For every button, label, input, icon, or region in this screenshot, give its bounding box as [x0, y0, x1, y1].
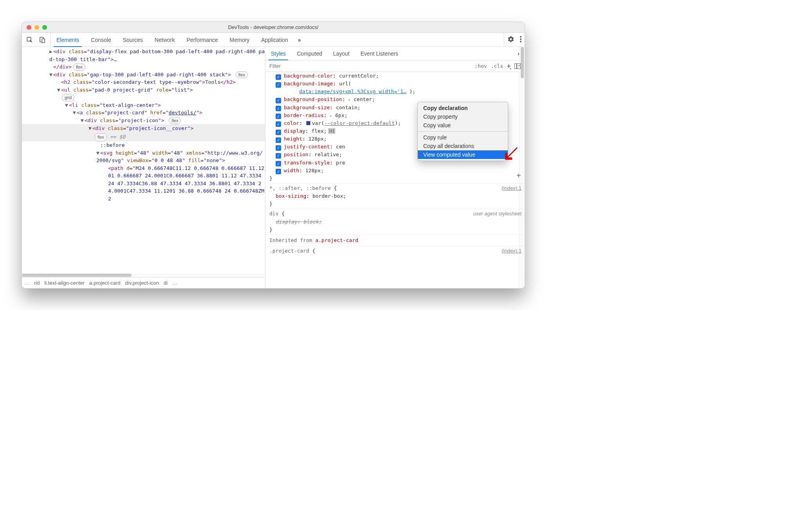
- breadcrumb-overflow-right[interactable]: …: [172, 280, 177, 286]
- layout-badge[interactable]: grid: [62, 94, 74, 101]
- tab-computed[interactable]: Computed: [291, 47, 328, 60]
- main-tabs: Elements Console Sources Network Perform…: [51, 33, 305, 47]
- svg-rect-8: [331, 129, 332, 133]
- ctx-item-copy-all-declarations[interactable]: Copy all declarations: [418, 142, 508, 150]
- dom-node[interactable]: <path d="M24 0.666748C11.12 0.666748 0.6…: [22, 164, 265, 203]
- decl-checkbox[interactable]: [276, 98, 281, 103]
- decl-checkbox[interactable]: [276, 169, 281, 174]
- flex-editor-icon[interactable]: [328, 128, 335, 134]
- decl-checkbox[interactable]: [276, 137, 281, 143]
- ctx-item-copy-property[interactable]: Copy property: [418, 112, 508, 121]
- decl-checkbox[interactable]: [276, 121, 281, 127]
- styles-filter-bar: :hov .cls +: [265, 60, 525, 72]
- decl-checkbox[interactable]: [276, 106, 281, 111]
- css-declaration[interactable]: background-image: url(data:image/svg+xml…: [269, 80, 525, 96]
- filter-input[interactable]: [265, 63, 471, 69]
- css-rule[interactable]: (index):1 *, ::after, ::before { box-siz…: [265, 184, 525, 209]
- decl-checkbox[interactable]: [276, 114, 281, 119]
- horizontal-scrollbar[interactable]: [22, 273, 265, 277]
- dom-node[interactable]: ▼<ul class="pad-0 project-grid" role="li…: [22, 86, 265, 101]
- decl-checkbox[interactable]: [276, 153, 281, 159]
- dom-node[interactable]: ▼<li class="text-align-center">: [22, 101, 265, 109]
- tab-network[interactable]: Network: [149, 33, 180, 47]
- color-swatch-icon[interactable]: [306, 121, 310, 125]
- dom-node[interactable]: ▼<a class="project-card" href="devtools/…: [22, 109, 265, 117]
- decl-checkbox[interactable]: [276, 82, 281, 88]
- dom-node[interactable]: ▼<svg height="48" width="48" xmlns="http…: [22, 149, 265, 164]
- layout-badge[interactable]: flex: [73, 63, 85, 71]
- css-var-link[interactable]: --color-project-default: [324, 120, 395, 126]
- close-window-button[interactable]: [27, 25, 31, 30]
- tab-console[interactable]: Console: [85, 33, 117, 47]
- dom-node-selected[interactable]: ⋯ ▼<div class="project-icon__cover"> fle…: [22, 124, 265, 141]
- layout-badge[interactable]: flex: [236, 71, 248, 79]
- ctx-item-copy-rule[interactable]: Copy rule: [418, 133, 508, 142]
- decl-checkbox[interactable]: [276, 130, 281, 135]
- inherited-separator: Inherited from a.project-card: [265, 235, 525, 246]
- toggle-cls-button[interactable]: .cls: [491, 63, 503, 69]
- layout-badge[interactable]: flex: [169, 117, 181, 125]
- svg-rect-9: [332, 129, 334, 131]
- device-toggle-icon[interactable]: [38, 36, 46, 44]
- window-titlebar: DevTools - developer.chrome.com/docs/: [22, 22, 525, 33]
- inspect-element-icon[interactable]: [26, 36, 34, 44]
- svg-rect-10: [332, 131, 334, 133]
- breadcrumb-item[interactable]: rid: [34, 280, 40, 286]
- svg-point-5: [520, 41, 521, 42]
- tab-elements[interactable]: Elements: [51, 33, 85, 47]
- ctx-item-copy-declaration[interactable]: Copy declaration: [418, 104, 508, 112]
- css-rule[interactable]: user agent stylesheet div { display: blo…: [265, 209, 525, 235]
- toggle-hov-button[interactable]: :hov: [475, 63, 487, 69]
- window-controls: [22, 25, 47, 30]
- inherited-selector-link[interactable]: a.project-card: [315, 237, 358, 243]
- new-rule-button[interactable]: +: [507, 63, 511, 70]
- tab-event-listeners[interactable]: Event Listeners: [355, 47, 404, 60]
- minimize-window-button[interactable]: [34, 25, 39, 30]
- tab-styles[interactable]: Styles: [265, 47, 291, 60]
- breadcrumb-item[interactable]: div.project-icon: [125, 280, 159, 286]
- devtools-window: DevTools - developer.chrome.com/docs/ El…: [22, 22, 525, 289]
- devtools-toolbar: Elements Console Sources Network Perform…: [22, 33, 525, 47]
- dom-node[interactable]: ▶<div class="display-flex pad-bottom-300…: [22, 48, 265, 63]
- tab-sources[interactable]: Sources: [117, 33, 149, 47]
- breadcrumb[interactable]: … rid li.text-align-center a.project-car…: [22, 277, 265, 288]
- styles-panel: Styles Computed Layout Event Listeners »…: [265, 47, 525, 288]
- svg-point-3: [520, 36, 521, 38]
- decl-checkbox[interactable]: [276, 161, 281, 166]
- more-menu-icon[interactable]: [520, 36, 521, 43]
- toggle-sidebar-icon[interactable]: [514, 63, 521, 69]
- rule-origin-link[interactable]: (index):1: [502, 184, 521, 192]
- breadcrumb-item[interactable]: a.project-card: [89, 280, 120, 286]
- decl-checkbox[interactable]: [276, 74, 281, 80]
- decl-checkbox[interactable]: [276, 145, 281, 151]
- dom-node[interactable]: ▼<div class="gap-top-300 pad-left-400 pa…: [22, 71, 265, 79]
- overridden-declaration[interactable]: display: block;: [276, 219, 321, 225]
- elements-tree-panel: ▶<div class="display-flex pad-bottom-300…: [22, 47, 265, 288]
- tabs-overflow-icon[interactable]: »: [294, 37, 305, 43]
- css-declaration[interactable]: background-color: currentColor;: [269, 72, 525, 80]
- layout-badge[interactable]: flex: [95, 133, 107, 141]
- css-declaration[interactable]: width: 128px;: [269, 167, 525, 175]
- maximize-window-button[interactable]: [42, 25, 47, 30]
- console-reference: == $0: [110, 134, 125, 140]
- add-declaration-button[interactable]: +: [516, 170, 521, 181]
- dom-pseudo-node[interactable]: ::before: [22, 141, 265, 149]
- dom-node[interactable]: ▼<div class="project-icon"> flex: [22, 117, 265, 125]
- settings-gear-icon[interactable]: [507, 36, 514, 44]
- css-declaration[interactable]: box-sizing: border-box;: [269, 192, 525, 200]
- rule-origin-link[interactable]: (index):1: [502, 247, 521, 255]
- tab-memory[interactable]: Memory: [224, 33, 256, 47]
- dom-node[interactable]: <h2 class="color-secondary-text type--ey…: [22, 78, 265, 86]
- breadcrumb-item[interactable]: di: [164, 280, 168, 286]
- breadcrumb-overflow-left[interactable]: …: [24, 280, 29, 286]
- dom-tree[interactable]: ▶<div class="display-flex pad-bottom-300…: [22, 47, 265, 273]
- ctx-item-copy-value[interactable]: Copy value: [418, 121, 508, 130]
- css-url-link[interactable]: data:image/svg+xml,%3Csvg width='1…: [299, 88, 406, 94]
- dom-node[interactable]: </div>flex: [22, 63, 265, 71]
- ctx-item-view-computed-value[interactable]: View computed value: [418, 150, 508, 159]
- tab-application[interactable]: Application: [255, 33, 294, 47]
- css-rule[interactable]: (index):1 .project-card {: [265, 246, 525, 256]
- tab-performance[interactable]: Performance: [180, 33, 224, 47]
- tab-layout[interactable]: Layout: [328, 47, 355, 60]
- breadcrumb-item[interactable]: li.text-align-center: [44, 280, 85, 286]
